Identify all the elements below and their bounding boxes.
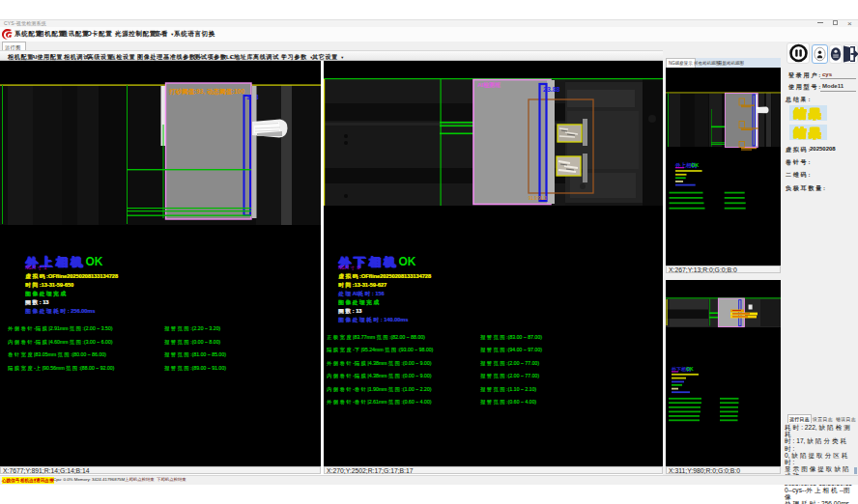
svg-text:OK: OK (691, 162, 699, 168)
svg-text:OK: OK (686, 366, 694, 372)
svg-text:91.9:91.0: 91.9:91.0 (529, 196, 547, 201)
svg-text:打砂阈值:93, 动态阈值:100: 打砂阈值:93, 动态阈值:100 (168, 88, 244, 96)
svg-text:23.88: 23.88 (543, 86, 560, 93)
svg-text:AI检测框: AI检测框 (477, 81, 500, 89)
